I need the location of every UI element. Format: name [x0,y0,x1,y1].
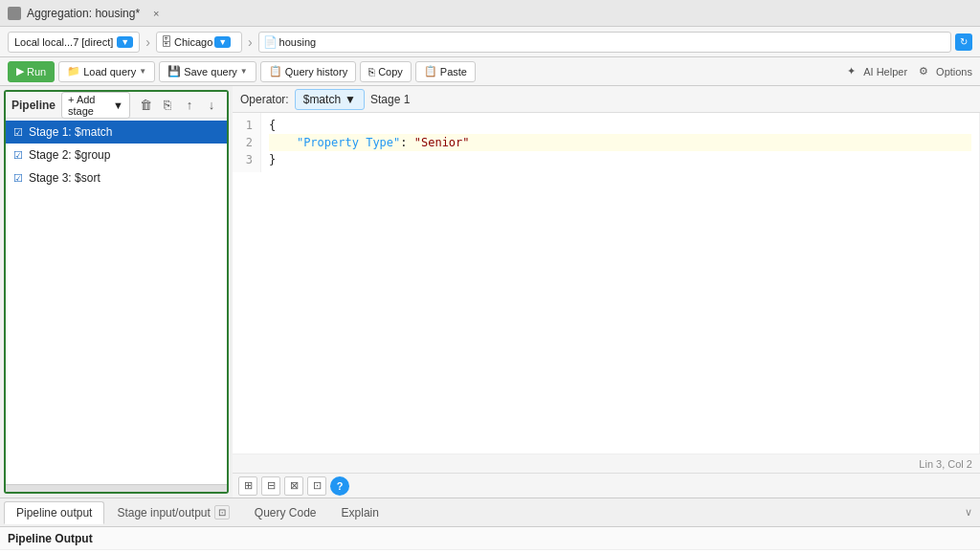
add-stage-label: + Add stage [68,94,111,117]
code-key: "Property Type" [297,136,400,149]
bottom-section: Pipeline output Stage input/output ⊡ Que… [0,498,980,553]
operator-arrow: ▼ [345,93,356,106]
pipeline-toolbar: 🗑 ⎘ ↑ ↓ [136,96,221,115]
run-icon: ▶ [16,65,24,77]
save-query-arrow: ▼ [240,67,248,76]
connection-label: Local local...7 [direct] [14,36,113,48]
tool-button-3[interactable]: ⊠ [284,476,303,496]
stage-label-2: Stage 2: $group [29,148,110,162]
delete-stage-button[interactable]: 🗑 [136,96,155,115]
app-icon [8,7,21,20]
code-line-3: } [269,151,971,168]
bottom-tabs: Pipeline output Stage input/output ⊡ Que… [0,498,980,527]
tab-query-code[interactable]: Query Code [242,501,329,524]
editor-toolbar: ⊞ ⊟ ⊠ ⊡ ? [233,473,980,498]
line-number-3: 3 [240,151,253,168]
move-down-button[interactable]: ↓ [202,96,221,115]
breadcrumb-separator-2: › [246,34,255,50]
connection-chevron[interactable]: ▼ [117,36,133,48]
pipeline-output-title: Pipeline Output [0,527,980,550]
query-history-label: Query history [285,66,347,77]
close-button[interactable]: × [149,7,163,20]
collection-selector[interactable]: 📄 housing [258,32,951,53]
cursor-position: Lin 3, Col 2 [919,458,972,470]
save-query-icon: 💾 [167,65,181,77]
database-chevron[interactable]: ▼ [214,36,231,48]
editor-status: Lin 3, Col 2 [233,453,980,473]
tab-stage-io[interactable]: Stage input/output ⊡ [104,500,241,524]
editor-header: Operator: $match ▼ Stage 1 [233,86,980,113]
ai-icon: ✦ [847,65,856,77]
stage-label: Stage 1 [370,93,410,106]
stage-checkbox-3[interactable]: ☑ [13,172,23,185]
stage-label-1: Stage 1: $match [29,125,112,139]
move-up-button[interactable]: ↑ [180,96,199,115]
pipeline-items: ☑Stage 1: $match☑Stage 2: $group☑Stage 3… [6,119,227,484]
stage-checkbox-1[interactable]: ☑ [13,126,23,139]
tool-button-4[interactable]: ⊡ [307,476,326,496]
load-query-label: Load query [83,66,136,77]
collection-icon: 📄 [263,35,278,49]
stage-checkbox-2[interactable]: ☑ [13,149,23,162]
paste-label: Paste [440,66,467,77]
copy-button[interactable]: ⎘ Copy [360,61,412,82]
title-bar: Aggregation: housing* × [0,0,980,27]
line-number-1: 1 [240,117,253,134]
load-query-button[interactable]: 📁 Load query ▼ [58,61,155,82]
code-line-2: "Property Type": "Senior" [269,134,971,151]
code-line-1: { [269,117,971,134]
options-icon: ⚙ [919,65,928,77]
query-history-icon: 📋 [269,65,282,77]
operator-label: Operator: [240,93,289,106]
tool-button-2[interactable]: ⊟ [261,476,280,496]
save-query-button[interactable]: 💾 Save query ▼ [159,61,256,82]
line-number-2: 2 [240,134,253,151]
paste-button[interactable]: 📋 Paste [415,61,476,82]
refresh-button[interactable]: ↻ [955,33,972,51]
load-query-arrow: ▼ [139,67,146,76]
operator-selector[interactable]: $match ▼ [295,89,365,110]
options-button[interactable]: ⚙ Options [919,65,972,77]
paste-icon: 📋 [424,65,437,77]
save-query-label: Save query [184,66,237,77]
database-selector[interactable]: 🗄 Chicago ▼ [156,32,242,53]
stage-label-3: Stage 3: $sort [29,171,100,185]
tool-button-1[interactable]: ⊞ [238,476,257,496]
window-title: Aggregation: housing* [27,7,140,20]
pipeline-header: Pipeline + Add stage ▼ 🗑 ⎘ ↑ ↓ [6,92,227,119]
connection-selector[interactable]: Local local...7 [direct] ▼ [8,32,140,53]
pipeline-title: Pipeline [11,99,56,112]
add-stage-button[interactable]: + Add stage ▼ [61,92,130,119]
run-label: Run [27,66,46,77]
pipeline-scrollbar[interactable] [6,484,227,492]
pipeline-stage-1[interactable]: ☑Stage 1: $match [6,121,227,144]
ai-helper-button[interactable]: ✦ AI Helper [847,65,907,77]
database-name: Chicago [174,36,212,48]
code-area: 1 2 3 { "Property Type": "Senior" } [233,113,979,172]
main-content: Pipeline + Add stage ▼ 🗑 ⎘ ↑ ↓ ☑Stage 1:… [0,86,980,498]
copy-stage-button[interactable]: ⎘ [158,96,177,115]
copy-icon: ⎘ [368,66,375,77]
run-button[interactable]: ▶ Run [8,61,55,82]
pipeline-stage-3[interactable]: ☑Stage 3: $sort [6,166,227,189]
action-bar: ▶ Run 📁 Load query ▼ 💾 Save query ▼ 📋 Qu… [0,57,980,86]
options-label: Options [936,66,972,77]
code-content[interactable]: { "Property Type": "Senior" } [261,113,979,172]
nav-row: Local local...7 [direct] ▼ › 🗄 Chicago ▼… [0,27,980,57]
help-button[interactable]: ? [330,476,349,496]
tab-explain[interactable]: Explain [329,501,391,524]
code-editor[interactable]: 1 2 3 { "Property Type": "Senior" } [233,113,980,453]
editor-panel: Operator: $match ▼ Stage 1 1 2 3 { "Prop… [233,86,980,498]
load-query-icon: 📁 [67,65,80,77]
pipeline-panel: Pipeline + Add stage ▼ 🗑 ⎘ ↑ ↓ ☑Stage 1:… [4,90,229,494]
expand-button[interactable]: ∨ [961,502,976,522]
pipeline-stage-2[interactable]: ☑Stage 2: $group [6,144,227,166]
code-value: "Senior" [414,136,470,149]
collection-name: housing [279,36,317,48]
line-numbers: 1 2 3 [233,113,261,172]
database-icon: 🗄 [161,35,172,49]
operator-value: $match [303,93,341,106]
tab-pipeline-output[interactable]: Pipeline output [4,501,104,524]
copy-label: Copy [378,66,403,77]
query-history-button[interactable]: 📋 Query history [260,61,356,82]
